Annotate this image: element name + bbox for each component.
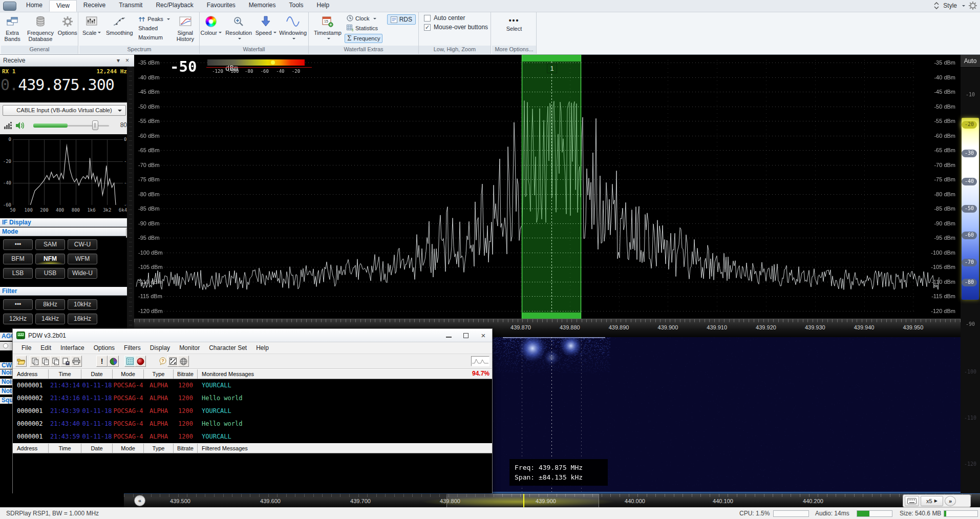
- section-header-mode[interactable]: Mode ▴: [0, 227, 134, 236]
- pdw-column-mode[interactable]: Mode: [113, 369, 144, 379]
- pdw-column-bitrate[interactable]: Bitrate: [174, 444, 198, 453]
- pdw-message-row[interactable]: 000000221:43:1601-11-18POCSAG-4ALPHA1200…: [13, 392, 492, 405]
- tuned-frequency[interactable]: 0.439.875.300: [1, 76, 114, 94]
- range-pill-neg50[interactable]: -50: [962, 205, 977, 213]
- tab-view[interactable]: View: [49, 0, 77, 12]
- tab-rec-playback[interactable]: Rec/Playback: [149, 0, 200, 12]
- scale-button[interactable]: Scale: [81, 13, 102, 36]
- range-pill-neg80[interactable]: -80: [962, 279, 977, 286]
- mode-button-lsb[interactable]: LSB: [3, 268, 33, 279]
- mode-button-cw-u[interactable]: CW-U: [68, 239, 97, 250]
- pdw-monitored-header[interactable]: AddressTimeDateModeTypeBitrateMonitored …: [13, 369, 492, 379]
- copy-button-1[interactable]: [30, 356, 41, 367]
- mode-button-sam[interactable]: SAM: [35, 239, 65, 250]
- rds-button[interactable]: RDS: [387, 14, 416, 25]
- clock-button[interactable]: Clock: [345, 14, 382, 22]
- frequency-display[interactable]: RX 1 12,244 Hz 0.439.875.300: [0, 67, 134, 102]
- pdw-menu-character-set[interactable]: Character Set: [204, 343, 251, 352]
- smoothing-button[interactable]: Smoothing: [103, 13, 135, 36]
- pdw-titlebar[interactable]: PDW v3.2b01 ×: [13, 329, 492, 342]
- pdw-column-monitored-messages[interactable]: Monitored Messages: [198, 369, 492, 379]
- gear-icon[interactable]: [969, 2, 977, 10]
- pdw-menu-options[interactable]: Options: [89, 343, 119, 352]
- volume-slider-thumb[interactable]: [92, 120, 98, 130]
- range-pill-neg30[interactable]: -30: [962, 150, 977, 157]
- full-band-scale[interactable]: 439.500439.600439.700439.800439.900440.0…: [124, 493, 980, 507]
- panel-close-icon[interactable]: ×: [125, 57, 129, 64]
- tab-help[interactable]: Help: [310, 0, 336, 12]
- frequency-button[interactable]: Σ Frequency: [345, 34, 382, 43]
- mode-button-wide-u[interactable]: Wide-U: [68, 268, 97, 279]
- filter-button-12khz[interactable]: 12kHz: [3, 314, 33, 324]
- pdw-message-row[interactable]: 000000221:43:4001-11-18POCSAG-4ALPHA1200…: [13, 418, 492, 430]
- rx-band-marker[interactable]: 1: [547, 64, 557, 73]
- pdw-menu-interface[interactable]: Interface: [56, 343, 89, 352]
- pdw-column-type[interactable]: Type: [144, 444, 174, 453]
- tab-transmit[interactable]: Transmit: [112, 0, 149, 12]
- speaker-icon[interactable]: [15, 121, 26, 130]
- mode-button-bfm[interactable]: BFM: [3, 254, 33, 264]
- copy-button-2[interactable]: [40, 356, 51, 367]
- colorbar-gradient[interactable]: [207, 59, 305, 66]
- tab-tools[interactable]: Tools: [283, 0, 310, 12]
- app-menu-icon[interactable]: [3, 2, 16, 11]
- pdw-filtered-list[interactable]: [13, 454, 492, 493]
- mode-button-wfm[interactable]: WFM: [68, 254, 97, 264]
- save-log-button[interactable]: [60, 356, 72, 367]
- section-header-filter[interactable]: Filter ▴: [0, 287, 134, 296]
- help-button[interactable]: ?: [157, 356, 168, 367]
- print-button[interactable]: [71, 356, 82, 367]
- timestamp-button[interactable]: 15 Timestamp: [312, 13, 344, 42]
- signal-history-button[interactable]: Signal History: [173, 13, 198, 42]
- frequency-database-button[interactable]: Frequency Database: [25, 13, 56, 42]
- range-pill-neg40[interactable]: -40: [962, 178, 977, 185]
- pdw-menu-file[interactable]: File: [17, 343, 36, 352]
- pdw-menu-edit[interactable]: Edit: [36, 343, 56, 352]
- options-button[interactable]: Options: [57, 13, 78, 36]
- range-pill-neg60[interactable]: -60: [962, 232, 977, 239]
- range-pill-neg70[interactable]: -70: [962, 259, 977, 266]
- spectrum-canvas[interactable]: [134, 55, 961, 319]
- filter-button-10khz[interactable]: 10kHz: [68, 299, 97, 310]
- level-meter-icon[interactable]: [4, 121, 12, 130]
- pdw-menu-display[interactable]: Display: [145, 343, 175, 352]
- section-header-if-display[interactable]: IF Display ▾: [0, 218, 134, 227]
- auto-center-checkbox[interactable]: [424, 15, 431, 22]
- pdw-column-date[interactable]: Date: [81, 369, 113, 379]
- audio-device-dropdown[interactable]: CABLE Input (VB-Audio Virtual Cable): [3, 105, 126, 116]
- pdw-column-bitrate[interactable]: Bitrate: [174, 369, 198, 379]
- pdw-message-row[interactable]: 000000121:43:3901-11-18POCSAG-4ALPHA1200…: [13, 405, 492, 418]
- range-pill-neg20[interactable]: -20: [962, 121, 977, 129]
- mouse-over-checkbox-row[interactable]: ✓ Mouse-over buttons: [424, 24, 491, 31]
- pdw-column-address[interactable]: Address: [13, 444, 49, 453]
- speed-button[interactable]: Speed: [255, 13, 276, 36]
- pdw-column-date[interactable]: Date: [81, 444, 113, 453]
- pdw-minimize-button[interactable]: [440, 329, 457, 342]
- zoom-level-button[interactable]: x5 ▶: [921, 496, 943, 506]
- pdw-column-time[interactable]: Time: [49, 369, 81, 379]
- globe-button[interactable]: [178, 356, 189, 367]
- filter-button-[interactable]: •••: [3, 299, 33, 310]
- copy-button-3[interactable]: [50, 356, 61, 367]
- statistics-button[interactable]: 9 Statistics: [345, 24, 382, 32]
- pdw-column-mode[interactable]: Mode: [113, 444, 144, 453]
- resolution-button[interactable]: Resolution: [223, 13, 254, 42]
- style-menu[interactable]: Style: [943, 2, 957, 9]
- pdw-column-time[interactable]: Time: [49, 444, 81, 453]
- open-file-button[interactable]: [15, 356, 27, 367]
- collapse-ribbon-icon[interactable]: [933, 2, 940, 9]
- mode-button-[interactable]: •••: [3, 239, 33, 250]
- pdw-column-filtered-messages[interactable]: Filtered Messages: [198, 444, 492, 453]
- pdw-message-list[interactable]: 000000121:43:1401-11-18POCSAG-4ALPHA1200…: [13, 379, 492, 443]
- colour-button[interactable]: Colour: [200, 13, 222, 36]
- pdw-menu-filters[interactable]: Filters: [119, 343, 145, 352]
- extra-bands-button[interactable]: Extra Bands: [1, 13, 24, 42]
- pdw-menu-help[interactable]: Help: [251, 343, 273, 352]
- peaks-button[interactable]: Peaks: [136, 15, 172, 23]
- tab-memories[interactable]: Memories: [242, 0, 283, 12]
- pdw-message-row[interactable]: 000000121:43:5901-11-18POCSAG-4ALPHA1200…: [13, 430, 492, 443]
- pdw-column-address[interactable]: Address: [13, 369, 49, 379]
- monitor-grid-button[interactable]: [124, 356, 136, 367]
- tab-receive[interactable]: Receive: [77, 0, 112, 12]
- pdw-maximize-button[interactable]: [457, 329, 475, 342]
